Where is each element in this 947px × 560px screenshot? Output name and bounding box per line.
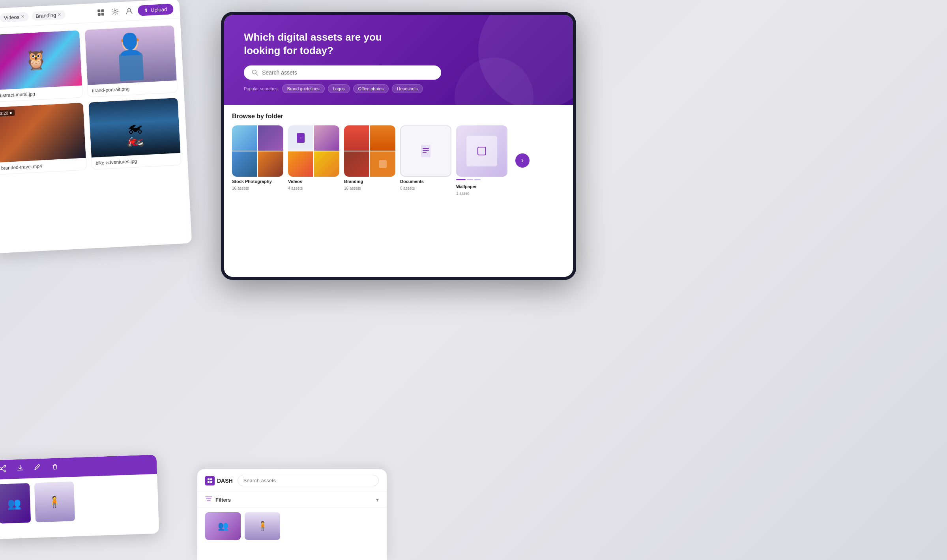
- chip-headshots[interactable]: Headshots: [392, 84, 423, 93]
- tag-branding-remove[interactable]: ✕: [58, 12, 62, 17]
- tablet-hero: Which digital assets are you looking for…: [224, 15, 573, 105]
- cell-owl: [258, 151, 283, 177]
- folder-name-docs: Documents: [400, 179, 451, 184]
- upload-label: Upload: [151, 6, 167, 13]
- dash-header: DASH: [197, 469, 387, 492]
- search-icon: [252, 69, 258, 76]
- svg-rect-19: [210, 478, 212, 480]
- folder-documents[interactable]: Documents 0 assets: [400, 125, 451, 190]
- upload-button[interactable]: ⬆ Upload: [137, 4, 173, 16]
- edit-icon[interactable]: [34, 463, 42, 474]
- video-duration: 3:20: [0, 110, 8, 116]
- file-card-travel[interactable]: 3:20 ▶ branded-travel.mp4: [0, 102, 87, 175]
- svg-rect-20: [208, 481, 210, 483]
- svg-rect-9: [423, 148, 429, 149]
- tag-videos-remove[interactable]: ✕: [21, 14, 25, 19]
- folder-thumb-docs: [400, 125, 451, 177]
- settings-icon[interactable]: [109, 6, 121, 17]
- folder-count-branding: 16 assets: [344, 186, 395, 190]
- svg-point-14: [4, 470, 6, 472]
- wallpaper-icon: [476, 146, 487, 157]
- tag-videos[interactable]: Videos ✕: [0, 12, 29, 22]
- download-icon[interactable]: [16, 464, 24, 474]
- popular-searches-label: Popular searches:: [244, 86, 279, 91]
- folder-thumb-stock: [232, 125, 283, 177]
- cell-arch2: [370, 125, 395, 151]
- dash-search-input[interactable]: [238, 475, 379, 486]
- chip-office-photos[interactable]: Office photos: [353, 84, 389, 93]
- svg-rect-12: [478, 147, 486, 155]
- dash-thumb-2[interactable]: 🧍: [245, 512, 280, 540]
- document-icon: [418, 143, 434, 159]
- cell-sky: [232, 125, 257, 151]
- folder-wallpaper[interactable]: Wallpaper 1 asset: [456, 125, 507, 196]
- svg-line-17: [2, 469, 4, 470]
- action-thumb-1: 👥: [0, 483, 31, 524]
- svg-point-4: [114, 11, 116, 13]
- tag-branding[interactable]: Branding ✕: [32, 10, 66, 21]
- folder-thumb-videos: ≡: [288, 125, 339, 177]
- svg-line-16: [2, 467, 4, 468]
- svg-rect-2: [97, 13, 100, 16]
- filters-row[interactable]: Filters ▾: [197, 492, 387, 508]
- folder-count-stock: 16 assets: [232, 186, 283, 190]
- tag-videos-label: Videos: [4, 14, 19, 21]
- cell-arch-orange: [370, 151, 395, 177]
- svg-rect-1: [101, 9, 104, 12]
- cell-wave: [314, 151, 339, 177]
- tablet-panel: Which digital assets are you looking for…: [221, 12, 576, 280]
- folder-grid: Stock Photography 16 assets ≡: [232, 125, 565, 196]
- cell-doc-blue: ≡: [288, 125, 313, 151]
- tablet-screen: Which digital assets are you looking for…: [224, 15, 573, 277]
- thumb-bike: 🏍️: [88, 98, 180, 158]
- action-content: 👥 🧍: [0, 474, 159, 529]
- folder-name-wallpaper: Wallpaper: [456, 184, 507, 189]
- file-grid: abstract-mural.jpg brand-portrait.png 3:…: [0, 18, 188, 181]
- file-card-mural[interactable]: abstract-mural.jpg: [0, 30, 83, 103]
- filters-chevron[interactable]: ▾: [376, 497, 379, 503]
- action-panel: 👥 🧍: [0, 455, 159, 539]
- folder-videos[interactable]: ≡ Videos 4 assets: [288, 125, 339, 190]
- folder-count-wallpaper: 1 asset: [456, 191, 507, 196]
- folder-thumb-branding: [344, 125, 395, 177]
- dash-logo-icon: [205, 476, 215, 485]
- gallery-icon[interactable]: [95, 7, 107, 18]
- folder-stock-photography[interactable]: Stock Photography 16 assets: [232, 125, 283, 190]
- folder-name-branding: Branding: [344, 179, 395, 184]
- thumb-mural: [0, 30, 82, 90]
- hero-search-box[interactable]: [244, 65, 441, 80]
- hero-headline: Which digital assets are you looking for…: [244, 31, 402, 58]
- svg-rect-10: [423, 150, 429, 151]
- chip-brand-guidelines[interactable]: Brand guidelines: [282, 84, 325, 93]
- dash-logo-text: DASH: [217, 478, 233, 484]
- file-card-portrait[interactable]: brand-portrait.png: [84, 25, 178, 97]
- dash-logo: DASH: [205, 476, 233, 485]
- dash-thumbs: 👥 🧍: [197, 508, 387, 545]
- cell-geo: [258, 125, 283, 151]
- action-thumb-2: 🧍: [34, 482, 75, 522]
- share-icon[interactable]: [0, 465, 7, 475]
- svg-rect-11: [423, 152, 427, 153]
- file-card-bike[interactable]: 🏍️ bike-adventures.jpg: [88, 97, 182, 170]
- browse-title: Browse by folder: [232, 113, 565, 120]
- cell-surfer: [232, 151, 257, 177]
- svg-rect-21: [210, 481, 212, 483]
- folder-branding[interactable]: Branding 16 assets: [344, 125, 395, 190]
- filters-label: Filters: [215, 497, 231, 503]
- folder-next-arrow[interactable]: ›: [515, 153, 530, 168]
- user-icon[interactable]: [123, 5, 135, 17]
- chip-logos[interactable]: Logos: [328, 84, 350, 93]
- svg-point-13: [4, 465, 6, 467]
- svg-rect-18: [208, 478, 210, 480]
- folder-name-videos: Videos: [288, 179, 339, 184]
- browse-section: Browse by folder Stock Photography 16 as…: [224, 105, 573, 277]
- popular-searches: Popular searches: Brand guidelines Logos…: [244, 84, 553, 93]
- hero-search-input[interactable]: [262, 69, 433, 76]
- delete-icon[interactable]: [51, 463, 59, 473]
- folder-count-videos: 4 assets: [288, 186, 339, 190]
- dash-panel: DASH Filters ▾ 👥 🧍: [197, 469, 387, 560]
- file-browser-panel: 🔍 Videos ✕ Branding ✕ ⬆ Upload abstract-…: [0, 0, 192, 254]
- folder-thumb-wallpaper: [456, 125, 507, 177]
- filter-icon: [205, 496, 212, 503]
- dash-thumb-1[interactable]: 👥: [205, 512, 241, 540]
